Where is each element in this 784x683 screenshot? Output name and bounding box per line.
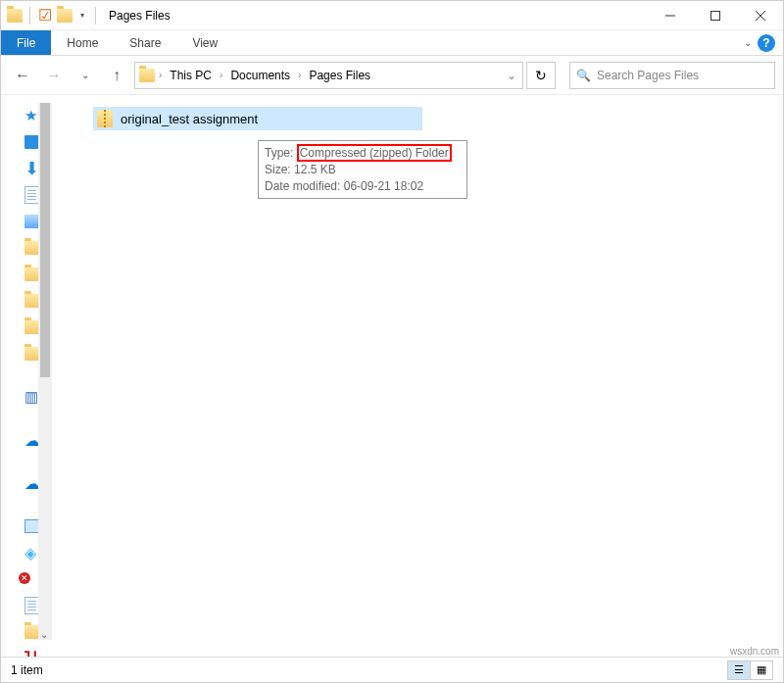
tooltip: Type: Compressed (zipped) Folder Size: 1…: [258, 140, 467, 199]
tooltip-size-label: Size:: [265, 163, 291, 176]
navigation-pane[interactable]: ★ C ⬇ ▥ F ☁ C ☁ C T ◈ ✕: [1, 95, 52, 657]
search-input[interactable]: 🔍 Search Pages Files: [569, 62, 775, 89]
tab-share[interactable]: Share: [114, 30, 176, 55]
file-tab[interactable]: File: [1, 30, 51, 55]
search-icon: 🔍: [576, 69, 591, 82]
divider: [29, 7, 30, 24]
help-icon[interactable]: ?: [758, 34, 775, 52]
folder-icon: [139, 68, 155, 83]
forward-button[interactable]: →: [40, 62, 68, 89]
address-bar[interactable]: › This PC › Documents › Pages Files ⌄: [134, 62, 523, 89]
ribbon: File Home Share View ⌄ ?: [1, 30, 783, 56]
quick-access-toolbar: ☑ ▾ Pages Files: [1, 7, 171, 24]
folder-icon: [7, 8, 23, 24]
zip-folder-icon: [97, 110, 113, 127]
breadcrumb[interactable]: Documents: [226, 67, 294, 84]
folder-icon: [57, 8, 73, 24]
tooltip-type-value: Compressed (zipped) Folder: [297, 144, 452, 162]
tooltip-date-label: Date modified:: [265, 179, 340, 193]
tooltip-date-value: 06-09-21 18:02: [344, 179, 423, 193]
chevron-down-icon[interactable]: ⌄: [505, 69, 518, 82]
breadcrumb[interactable]: This PC: [166, 67, 216, 84]
mcafee-icon[interactable]: Ⴎ: [24, 650, 44, 657]
navigation-bar: ← → ⌄ ↑ › This PC › Documents › Pages Fi…: [1, 56, 783, 95]
item-count: 1 item: [11, 663, 43, 677]
details-view-button[interactable]: ☰: [727, 660, 751, 680]
qat-dropdown-icon[interactable]: ▾: [76, 11, 88, 20]
maximize-button[interactable]: [693, 1, 738, 30]
recent-dropdown[interactable]: ⌄: [72, 62, 99, 89]
tooltip-size-value: 12.5 KB: [294, 163, 336, 176]
checkbox-icon[interactable]: ☑: [37, 8, 53, 24]
divider: [95, 7, 96, 24]
icons-view-button[interactable]: ▦: [750, 660, 773, 680]
search-placeholder: Search Pages Files: [597, 69, 699, 82]
chevron-right-icon[interactable]: ›: [218, 70, 224, 80]
title-bar: ☑ ▾ Pages Files: [1, 1, 783, 30]
watermark: wsxdn.com: [730, 646, 779, 657]
scrollbar-thumb[interactable]: [40, 103, 50, 377]
list-item[interactable]: original_test assignment: [93, 107, 422, 130]
tab-view[interactable]: View: [176, 30, 233, 55]
close-icon: [756, 11, 765, 21]
chevron-right-icon[interactable]: ›: [157, 70, 164, 80]
maximize-icon: [710, 11, 720, 21]
minimize-button[interactable]: [648, 1, 693, 30]
tooltip-type-label: Type:: [265, 146, 293, 160]
breadcrumb[interactable]: Pages Files: [305, 67, 374, 84]
window-controls: [648, 1, 783, 30]
refresh-button[interactable]: ↻: [526, 62, 556, 89]
close-button[interactable]: [738, 1, 783, 30]
chevron-right-icon[interactable]: ›: [296, 70, 303, 80]
scrollbar[interactable]: ⌄: [38, 103, 52, 640]
file-name: original_test assignment: [121, 112, 258, 126]
window-title: Pages Files: [103, 9, 171, 23]
up-button[interactable]: ↑: [103, 62, 130, 89]
ribbon-expand-icon[interactable]: ⌄: [744, 37, 752, 48]
tab-home[interactable]: Home: [51, 30, 114, 55]
svg-rect-1: [711, 11, 720, 20]
back-button[interactable]: ←: [9, 62, 36, 89]
scroll-down-icon[interactable]: ⌄: [40, 629, 48, 640]
minimize-icon: [665, 11, 675, 21]
status-bar: 1 item ☰ ▦: [1, 657, 783, 682]
